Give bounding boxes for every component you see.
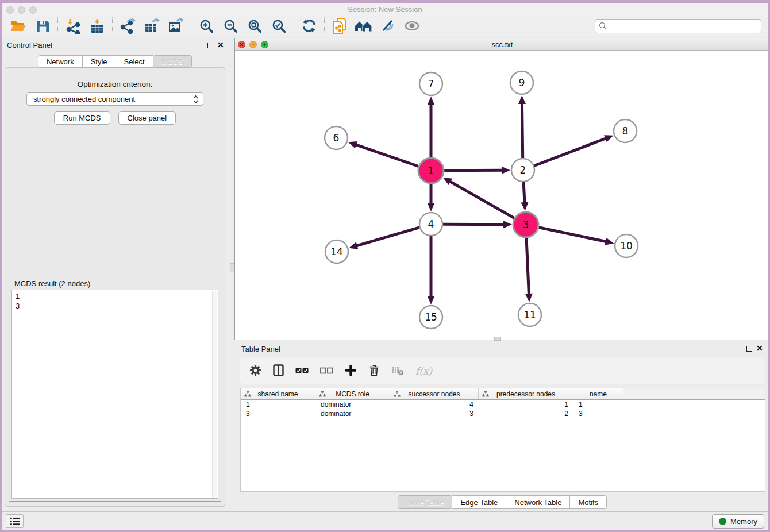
table-cell[interactable]: 3 [573, 409, 623, 418]
horizontal-splitter-handle[interactable] [494, 337, 501, 341]
graph-edge-arrowhead [428, 97, 435, 105]
eye-button[interactable] [400, 17, 424, 35]
table-row[interactable]: 3dominator323 [241, 409, 765, 418]
graph-node-1[interactable]: 1 [418, 158, 444, 183]
graph-node-6[interactable]: 6 [325, 126, 348, 149]
table-cell[interactable]: dominator [315, 400, 390, 409]
zoom-fit-button[interactable] [242, 17, 267, 35]
mcds-result-box[interactable]: 1 3 [11, 290, 218, 499]
search-input[interactable] [610, 20, 757, 32]
zoom-out-button[interactable] [218, 17, 242, 35]
table-cell[interactable]: 1 [479, 400, 573, 409]
export-table-icon [144, 18, 160, 34]
graph-node-3[interactable]: 3 [513, 212, 538, 237]
graph-edge-1-6[interactable] [355, 144, 418, 166]
import-table-button[interactable] [85, 17, 109, 35]
table-cell[interactable]: 3 [390, 409, 479, 418]
split-columns-button[interactable] [273, 364, 284, 379]
zoom-fit-icon [248, 19, 262, 33]
zoom-selected-button[interactable] [267, 17, 291, 35]
graph-node-8[interactable]: 8 [614, 119, 637, 142]
graph-edge-4-3[interactable] [443, 224, 505, 225]
task-history-button[interactable] [6, 514, 24, 528]
graph-edge-3-11[interactable] [526, 238, 529, 295]
tab-motifs[interactable]: Motifs [569, 495, 607, 509]
graph-edge-2-8[interactable] [534, 138, 607, 165]
tab-style[interactable]: Style [82, 55, 116, 68]
criterion-select[interactable]: strongly connected component [26, 92, 203, 106]
graph-edge-1-2[interactable] [444, 170, 503, 171]
graph-node-label: 3 [523, 219, 529, 230]
tab-select[interactable]: Select [116, 55, 153, 68]
column-header-shared-name[interactable]: shared name [241, 388, 315, 399]
hide-details-button[interactable] [376, 17, 400, 35]
import-table-icon [89, 18, 105, 34]
graph-edge-arrowhead [503, 221, 512, 228]
function-builder-button[interactable]: f(x) [415, 365, 432, 377]
table-panel-float-button[interactable] [746, 346, 752, 352]
export-network-button[interactable] [116, 17, 140, 35]
vertical-splitter-handle[interactable] [230, 263, 234, 272]
run-mcds-button[interactable]: Run MCDS [54, 111, 110, 125]
graph-node-7[interactable]: 7 [419, 72, 442, 95]
criterion-value: strongly connected component [33, 95, 135, 103]
tab-edge-table[interactable]: Edge Table [452, 495, 506, 509]
column-header-MCDS-role[interactable]: MCDS role [315, 388, 390, 399]
mcds-panel: Optimization criterion: strongly connect… [5, 67, 225, 507]
memory-button[interactable]: Memory [712, 514, 764, 529]
open-session-button[interactable] [6, 17, 30, 35]
export-table-button[interactable] [140, 17, 164, 35]
table-cell[interactable]: 2 [479, 409, 573, 418]
tab-node-table[interactable]: Node Table [398, 495, 453, 509]
export-image-button[interactable] [164, 17, 188, 35]
table-row[interactable]: 1dominator411 [241, 400, 765, 409]
network-canvas[interactable]: 7968124314101511 [235, 51, 769, 340]
export-image-icon [168, 18, 184, 34]
graph-edge-2-3[interactable] [523, 182, 525, 203]
clone-network-button[interactable] [328, 17, 352, 35]
graph-node-label: 6 [333, 132, 340, 144]
column-header-successor-nodes[interactable]: successor nodes [390, 388, 479, 399]
table-cell[interactable]: 1 [241, 400, 315, 409]
table-cell[interactable]: 4 [390, 400, 479, 409]
table-panel-close-button[interactable]: ✕ [756, 345, 763, 352]
graph-node-2[interactable]: 2 [511, 159, 534, 182]
import-network-button[interactable] [61, 17, 85, 35]
graph-node-9[interactable]: 9 [510, 71, 533, 94]
save-session-button[interactable] [30, 17, 55, 35]
graph-node-10[interactable]: 10 [615, 234, 638, 257]
graph-node-label: 11 [523, 309, 536, 321]
delete-button[interactable] [368, 364, 380, 379]
column-header-name[interactable]: name [573, 388, 623, 399]
graph-node-4[interactable]: 4 [419, 213, 442, 236]
zoom-out-icon [224, 19, 238, 33]
tab-network-table[interactable]: Network Table [506, 495, 570, 509]
graph-node-11[interactable]: 11 [518, 303, 541, 326]
close-panel-button[interactable]: Close panel [118, 111, 176, 125]
refresh-view-button[interactable] [297, 17, 321, 35]
select-all-button[interactable] [295, 366, 309, 376]
deselect-all-button[interactable] [320, 366, 333, 376]
table-cell[interactable]: 3 [241, 409, 315, 418]
table-cell[interactable]: 1 [573, 400, 623, 409]
result-scrollbar[interactable] [212, 291, 217, 498]
gear-button[interactable] [249, 364, 261, 379]
tab-network[interactable]: Network [38, 55, 83, 68]
graph-node-15[interactable]: 15 [419, 306, 442, 329]
graph-edge-2-9[interactable] [522, 103, 522, 158]
table-cell[interactable]: dominator [315, 409, 390, 418]
search-box[interactable] [595, 19, 761, 33]
home-networks-button[interactable] [352, 17, 376, 35]
graph-edge-4-14[interactable] [356, 228, 419, 246]
delete-column-button[interactable] [391, 364, 404, 378]
graph-edge-3-1[interactable] [449, 181, 514, 218]
graph-edge-3-10[interactable] [539, 228, 607, 242]
add-column-button[interactable] [345, 364, 357, 379]
control-panel-float-button[interactable] [207, 43, 213, 48]
tab-mcds[interactable]: MCDS [153, 55, 192, 68]
graph-node-14[interactable]: 14 [325, 240, 348, 263]
node-table[interactable]: shared nameMCDS rolesuccessor nodesprede… [240, 388, 765, 492]
control-panel-close-button[interactable]: ✕ [217, 41, 224, 48]
zoom-in-button[interactable] [194, 17, 218, 35]
column-header-predecessor-nodes[interactable]: predecessor nodes [479, 388, 573, 399]
